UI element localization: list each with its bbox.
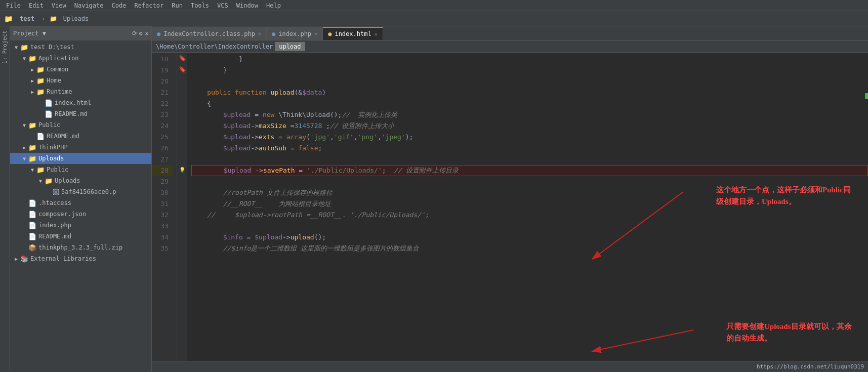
right-edge-indicator — [865, 93, 868, 99]
folder-icon: 📁 — [20, 44, 28, 51]
indent — [191, 87, 207, 98]
php-tab-icon: ● — [157, 30, 160, 37]
code-var: $upload — [223, 109, 251, 120]
tree-item-home[interactable]: ▶ 📁 Home — [10, 75, 151, 86]
tab-index-php[interactable]: ● index.php ✕ — [267, 27, 323, 40]
tree-item-app-index-html[interactable]: 📄 index.html — [10, 97, 151, 108]
tree-label: test D:\test — [30, 44, 74, 51]
tree-arrow: ▼ — [20, 156, 28, 161]
menu-navigate[interactable]: Navigate — [70, 0, 108, 11]
project-dropdown[interactable]: Project ▼ — [13, 30, 46, 37]
tree-item-uploads-public[interactable]: ▼ 📁 Public — [10, 164, 151, 175]
code-punct: , — [378, 132, 382, 143]
collapse-icon[interactable]: ⊡ — [145, 30, 148, 37]
tree-item-test-root[interactable]: ▼ 📁 test D:\test — [10, 42, 151, 53]
code-line-32: // $upload->rootPath =__ROOT__. './Publi… — [191, 210, 868, 221]
tab-indexcontroller[interactable]: ● IndexController.class.php ✕ — [152, 27, 267, 40]
tree-item-runtime[interactable]: ▶ 📁 Runtime — [10, 86, 151, 97]
code-op: = — [286, 143, 298, 154]
tree-item-root-index-php[interactable]: 📄 index.php — [10, 220, 151, 231]
tree-item-root-readme[interactable]: 📄 README.md — [10, 231, 151, 242]
menu-refactor[interactable]: Refactor — [130, 0, 168, 11]
code-op: = — [286, 120, 295, 132]
gutter-29 — [177, 175, 187, 186]
project-panel-label[interactable]: 1: Project — [1, 28, 9, 66]
tree-item-application[interactable]: ▼ 📁 Application — [10, 53, 151, 64]
tabs-bar: ● IndexController.class.php ✕ ● index.ph… — [152, 26, 868, 40]
tree-item-uploads[interactable]: ▼ 📁 Uploads — [10, 153, 151, 164]
code-line-22: { — [191, 98, 868, 109]
code-arrow: -> — [251, 143, 259, 154]
code-punct: } — [239, 54, 243, 65]
tree-item-composer-json[interactable]: 📄 composer.json — [10, 209, 151, 220]
code-comment: //rootPath 文件上传保存的根路径 — [223, 187, 333, 198]
tree-arrow: ▶ — [28, 89, 36, 95]
tree-item-public-readme[interactable]: 📄 README.md — [10, 131, 151, 142]
tab-label: index.php — [278, 30, 311, 37]
tree-label: Common — [47, 66, 68, 73]
ln-33: 33 — [152, 221, 173, 232]
code-op: = — [295, 165, 307, 176]
folder-icon: 📁 — [36, 88, 45, 96]
code-str: './Public/Uploads/' — [307, 165, 382, 176]
tree-item-common[interactable]: ▶ 📁 Common — [10, 64, 151, 75]
code-punct: } — [223, 65, 227, 76]
tab-label: IndexController.class.php — [163, 30, 255, 37]
tree-arrow: ▼ — [20, 122, 28, 128]
folder-icon: 📁 — [36, 77, 45, 85]
code-line-24: $upload -> maxSize = 3145728 ; // 设置附件上传… — [191, 120, 868, 132]
menu-help[interactable]: Help — [262, 0, 285, 11]
code-line-27 — [191, 154, 868, 165]
code-punct: , — [330, 132, 334, 143]
ln-32: 32 — [152, 210, 173, 221]
code-arrow: -> — [251, 165, 263, 176]
tree-item-thinkphp[interactable]: ▶ 📁 ThinkPHP — [10, 142, 151, 153]
tree-item-public[interactable]: ▼ 📁 Public — [10, 119, 151, 131]
code-editor[interactable]: 18 19 20 21 22 23 24 25 26 27 28 29 30 3… — [152, 53, 868, 361]
gutter-25 — [177, 131, 187, 142]
code-kw: array — [286, 132, 306, 143]
tree-label: index.html — [55, 99, 91, 106]
indent — [191, 98, 207, 109]
tree-item-uploads-public-uploads[interactable]: ▼ 📁 Uploads — [10, 175, 151, 186]
tab-close-index-html[interactable]: ✕ — [375, 31, 378, 37]
gutter-34 — [177, 231, 187, 242]
code-var: $upload — [223, 132, 251, 143]
ln-35: 35 — [152, 243, 173, 254]
code-line-23: $upload = new \Think\Upload (); // 实例化上传… — [191, 109, 868, 120]
ln-31: 31 — [152, 198, 173, 210]
tab-close-indexcontroller[interactable]: ✕ — [258, 31, 261, 36]
code-line-18: } — [191, 54, 868, 65]
tree-label: Public — [47, 166, 68, 173]
gutter-23 — [177, 108, 187, 119]
tree-item-thinkphp-zip[interactable]: 📦 thinkphp_3.2.3_full.zip — [10, 242, 151, 253]
code-space — [231, 87, 235, 98]
indent — [191, 132, 223, 143]
menu-edit[interactable]: Edit — [25, 0, 48, 11]
tree-item-external-libs[interactable]: ▶ 📚 External Libraries — [10, 253, 151, 264]
code-line-25: $upload -> exts = array ( 'jpg' , 'gif' … — [191, 132, 868, 143]
tree-arrow: ▶ — [28, 67, 36, 72]
gutter-18: 🔖 — [177, 53, 187, 64]
menu-view[interactable]: View — [48, 0, 70, 11]
tab-index-html[interactable]: ● index.html ✕ — [323, 27, 383, 40]
tree-item-app-readme[interactable]: 📄 README.md — [10, 108, 151, 119]
menu-window[interactable]: Window — [232, 0, 262, 11]
project-tree: ▼ 📁 test D:\test ▼ 📁 Application ▶ 📁 Com… — [10, 40, 151, 372]
menu-run[interactable]: Run — [168, 0, 187, 11]
code-comment: // 实例化上传类 — [342, 109, 397, 120]
code-punct: ( — [306, 132, 310, 143]
menu-code[interactable]: Code — [108, 0, 131, 11]
code-punct: ( — [295, 87, 299, 98]
settings-icon[interactable]: ⚙ — [139, 30, 143, 37]
code-arrow: -> — [251, 120, 259, 132]
menu-tools[interactable]: Tools — [187, 0, 213, 11]
tab-close-index-php[interactable]: ✕ — [314, 31, 317, 36]
tree-item-htaccess[interactable]: 📄 .htaccess — [10, 197, 151, 209]
menu-file[interactable]: File — [2, 0, 25, 11]
tree-label: Uploads — [38, 155, 64, 162]
code-method: maxSize — [259, 120, 286, 132]
sync-icon[interactable]: ⟳ — [132, 30, 137, 37]
menu-vcs[interactable]: VCS — [213, 0, 232, 11]
tree-item-img-file[interactable]: 🖼 5af841566ace0.p — [10, 186, 151, 197]
